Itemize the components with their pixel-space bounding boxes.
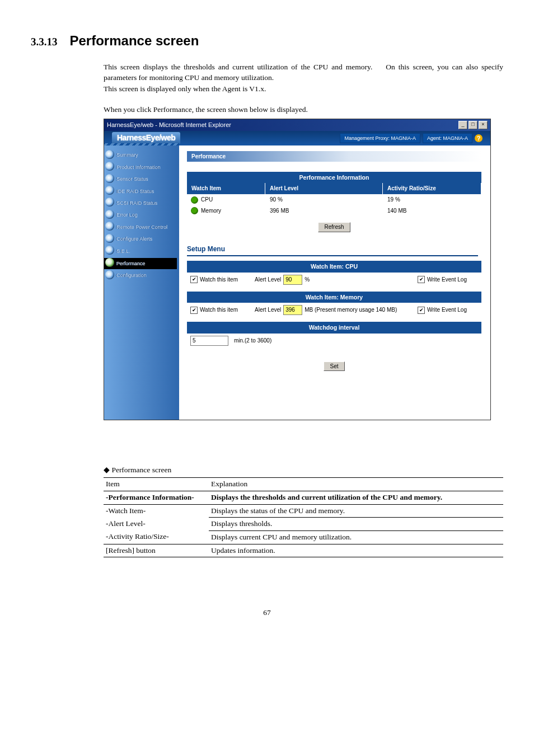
intro-paragraph-2: This screen is displayed only when the A… — [104, 84, 503, 95]
row-mem-alert: 396 MB — [265, 205, 383, 217]
col-watch-item: Watch Item — [187, 183, 265, 194]
ref-row-watch-expl: Displays the status of the CPU and memor… — [209, 504, 503, 518]
sidebar-item-sensor-status[interactable]: Sensor Status — [104, 174, 177, 185]
setup-menu-heading: Setup Menu — [187, 245, 478, 257]
watch-cpu-checkbox[interactable] — [190, 276, 198, 283]
mem-log-checkbox[interactable] — [418, 307, 425, 314]
reference-table: Item Explanation -Performance Informatio… — [104, 477, 503, 557]
minimize-button[interactable]: _ — [458, 121, 467, 129]
cpu-alert-input[interactable]: 90 — [283, 275, 302, 285]
ref-row-refresh-item: [Refresh] button — [104, 544, 209, 557]
ref-caption-row: ◆ Performance screen — [104, 465, 503, 476]
watchdog-row: 5 min.(2 to 3600) — [187, 334, 481, 348]
col-activity-ratio: Activity Ratio/Size — [383, 183, 481, 194]
watch-cpu-header: Watch Item: CPU — [187, 261, 481, 272]
sidebar-item-configuration[interactable]: Configuration — [104, 270, 177, 281]
watchdog-input[interactable]: 5 — [190, 336, 228, 346]
watch-mem-label: Watch this item — [200, 306, 238, 314]
sidebar: Summary Product Information Sensor Statu… — [104, 145, 179, 420]
set-button[interactable]: Set — [324, 361, 344, 372]
watch-mem-checkbox[interactable] — [190, 307, 198, 314]
sidebar-item-performance[interactable]: Performance — [104, 258, 177, 269]
section-number: 3.3.13 — [31, 36, 58, 48]
cpu-alert-label: Alert Level — [255, 276, 281, 284]
diamond-icon: ◆ — [104, 466, 110, 474]
watch-cpu-row: Watch this item Alert Level 90 % Write E… — [187, 273, 481, 287]
row-mem-item: Memory — [201, 207, 221, 215]
ref-row-alert-item: -Alert Level- — [104, 518, 209, 531]
mem-log-label: Write Event Log — [427, 306, 467, 314]
intro-paragraph-1: This screen displays the thresholds and … — [104, 62, 503, 83]
ref-row-activity-item: -Activity Ratio/Size- — [104, 530, 209, 544]
ref-head-item: Item — [104, 478, 209, 491]
section-title: Performance screen — [70, 33, 199, 48]
sidebar-item-summary[interactable]: Summary — [104, 150, 177, 161]
panel-title: Performance — [187, 151, 481, 162]
mgmt-proxy-pill: Management Proxy: MAGNIA-A — [340, 133, 420, 143]
cpu-log-label: Write Event Log — [427, 276, 467, 284]
app-logo: HarnessEye/web — [112, 132, 180, 144]
row-mem-value: 140 MB — [383, 205, 481, 217]
sidebar-item-remote-power[interactable]: Remote Power Control — [104, 222, 177, 232]
cpu-unit: % — [305, 276, 310, 284]
watch-cpu-label: Watch this item — [200, 276, 238, 284]
table-row: Memory 396 MB 140 MB — [187, 205, 481, 217]
status-dot-icon — [191, 197, 198, 203]
ref-row-perf-expl: Displays the thresholds and current util… — [209, 491, 503, 505]
sidebar-item-scsi-raid[interactable]: SCSI RAID Status — [104, 198, 177, 208]
sidebar-item-conf-alerts[interactable]: Configure Alerts — [104, 234, 177, 245]
mem-alert-label: Alert Level — [255, 306, 281, 314]
row-cpu-value: 19 % — [383, 194, 481, 205]
perf-info-header: Performance Information — [187, 172, 481, 183]
sidebar-item-ide-raid[interactable]: IDE RAID Status — [104, 186, 177, 196]
sidebar-item-sel[interactable]: S.E.L. — [104, 246, 177, 256]
sidebar-item-error-log[interactable]: Error Log — [104, 210, 177, 220]
maximize-button[interactable]: □ — [469, 121, 477, 129]
col-alert-level: Alert Level — [265, 183, 383, 194]
sidebar-item-product-info[interactable]: Product Information — [104, 162, 177, 172]
watch-mem-row: Watch this item Alert Level 396 MB (Pres… — [187, 303, 481, 317]
mem-alert-input[interactable]: 396 — [283, 305, 302, 315]
page-number: 67 — [31, 608, 503, 618]
ref-row-perf-item: -Performance Information- — [104, 491, 209, 505]
row-cpu-alert: 90 % — [265, 194, 383, 205]
watchdog-header: Watchdog interval — [187, 322, 481, 333]
ref-row-activity-expl: Displays current CPU and memory utilizat… — [209, 530, 503, 544]
ref-caption: Performance screen — [111, 466, 171, 474]
ref-row-watch-item: -Watch Item- — [104, 504, 209, 518]
ref-row-alert-expl: Displays thresholds. — [209, 518, 503, 531]
ref-row-refresh-expl: Updates information. — [209, 544, 503, 557]
intro-paragraph-3: When you click Performance, the screen s… — [104, 105, 503, 115]
refresh-button[interactable]: Refresh — [318, 222, 350, 232]
ref-head-expl: Explanation — [209, 478, 503, 491]
close-button[interactable]: × — [479, 121, 488, 129]
table-row: CPU 90 % 19 % — [187, 194, 481, 205]
screenshot-window: HarnessEye/web - Microsoft Internet Expl… — [104, 119, 491, 420]
watchdog-note: min.(2 to 3600) — [234, 337, 271, 345]
help-icon[interactable]: ? — [475, 134, 483, 142]
window-titlebar: HarnessEye/web - Microsoft Internet Expl… — [104, 119, 490, 131]
watch-mem-header: Watch Item: Memory — [187, 292, 481, 303]
cpu-log-checkbox[interactable] — [418, 276, 425, 283]
window-title: HarnessEye/web - Microsoft Internet Expl… — [107, 121, 231, 129]
row-cpu-item: CPU — [201, 196, 213, 204]
section-heading: 3.3.13Performance screen — [31, 31, 503, 50]
mem-unit-note: MB (Present memory usage 140 MB) — [305, 306, 397, 314]
status-dot-icon — [191, 208, 198, 214]
agent-pill: Agent: MAGNIA-A — [423, 133, 472, 143]
panel-title-text: Performance — [191, 153, 226, 159]
intro-p1a: This screen displays the thresholds and … — [104, 63, 372, 71]
main-content: Performance Performance Information Watc… — [179, 145, 490, 420]
